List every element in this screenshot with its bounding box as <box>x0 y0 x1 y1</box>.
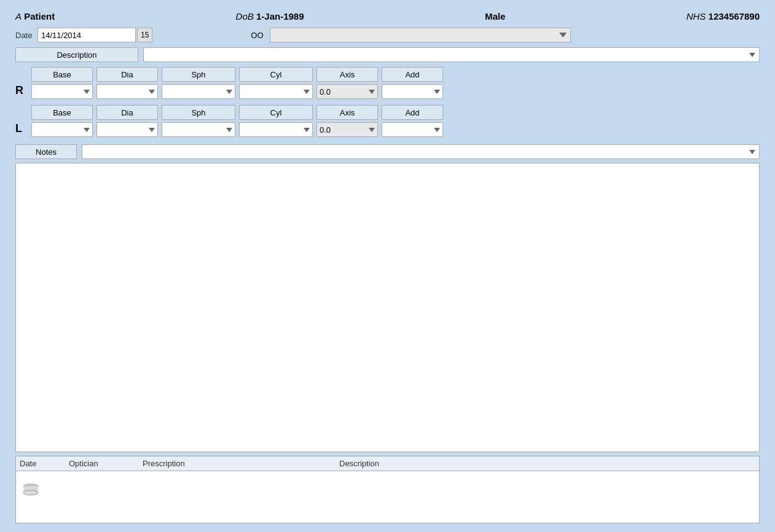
r-add-select[interactable] <box>382 84 443 99</box>
dob-header: DoB 1-Jan-1989 <box>236 11 304 22</box>
l-dia-select[interactable] <box>96 122 158 137</box>
col-optician-header: Optician <box>69 459 143 468</box>
r-add-button[interactable]: Add <box>382 67 443 82</box>
nhs-header: NHS 1234567890 <box>686 11 760 22</box>
svg-point-2 <box>23 490 38 495</box>
l-sph-button[interactable]: Sph <box>162 105 235 120</box>
dob-value: 1-Jan-1989 <box>256 11 304 22</box>
l-axis-button[interactable]: Axis <box>317 105 378 120</box>
dob-label: DoB <box>236 11 254 22</box>
r-axis-button[interactable]: Axis <box>317 67 378 82</box>
l-sph-select[interactable] <box>162 122 235 137</box>
r-axis-select[interactable]: 0.0 <box>317 84 378 99</box>
nhs-label: NHS <box>686 11 706 22</box>
date-input[interactable] <box>37 28 136 42</box>
l-dia-button[interactable]: Dia <box>96 105 158 120</box>
patient-name: Patient <box>24 11 55 22</box>
calendar-button[interactable]: 15 <box>137 28 152 42</box>
l-base-button[interactable]: Base <box>31 105 93 120</box>
col-prescription-header: Prescription <box>143 459 339 468</box>
left-eye-label: L <box>15 122 26 135</box>
notes-textarea[interactable] <box>15 163 760 452</box>
r-dia-select[interactable] <box>96 84 158 99</box>
l-add-select[interactable] <box>382 122 443 137</box>
table-header: Date Optician Prescription Description <box>16 456 759 471</box>
notes-button[interactable]: Notes <box>15 144 77 159</box>
oo-label: OO <box>251 31 263 40</box>
r-dia-button[interactable]: Dia <box>96 67 158 82</box>
table-body <box>16 471 759 523</box>
l-add-button[interactable]: Add <box>382 105 443 120</box>
col-date-header: Date <box>20 459 69 468</box>
oo-select[interactable] <box>270 28 571 42</box>
database-icon <box>22 483 39 496</box>
r-sph-select[interactable] <box>162 84 235 99</box>
r-cyl-button[interactable]: Cyl <box>239 67 313 82</box>
notes-select[interactable] <box>82 144 760 159</box>
l-base-select[interactable] <box>31 122 93 137</box>
description-button[interactable]: Description <box>15 47 138 62</box>
r-base-select[interactable] <box>31 84 93 99</box>
patient-prefix: A <box>15 11 22 22</box>
right-eye-label: R <box>15 84 26 97</box>
date-label: Date <box>15 31 34 40</box>
r-base-button[interactable]: Base <box>31 67 93 82</box>
col-description-header: Description <box>339 459 511 468</box>
nhs-value: 1234567890 <box>709 11 760 22</box>
patient-header: A Patient <box>15 11 55 22</box>
l-axis-select[interactable]: 0.0 <box>317 122 378 137</box>
l-cyl-button[interactable]: Cyl <box>239 105 313 120</box>
r-sph-button[interactable]: Sph <box>162 67 235 82</box>
gender-header: Male <box>485 11 505 22</box>
l-cyl-select[interactable] <box>239 122 313 137</box>
description-select[interactable] <box>143 47 760 62</box>
r-cyl-select[interactable] <box>239 84 313 99</box>
